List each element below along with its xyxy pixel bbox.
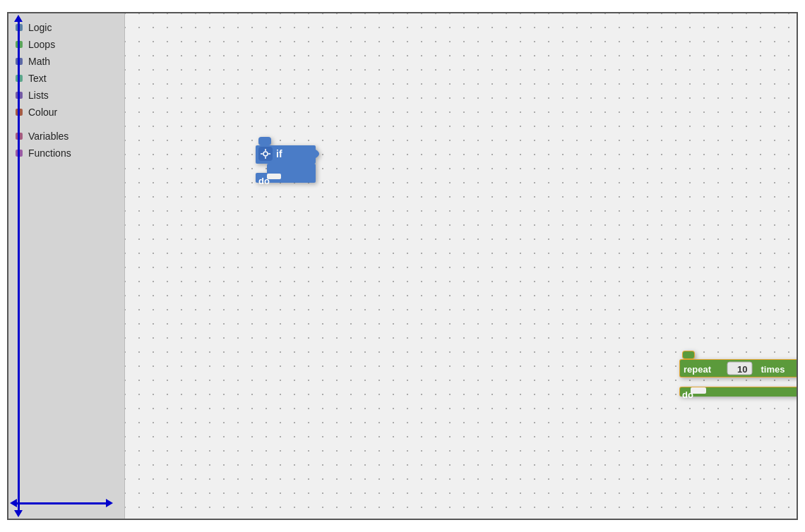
main-container: Logic Loops Math Text Lists Colour Varia… bbox=[7, 12, 798, 520]
svg-rect-2 bbox=[256, 173, 316, 183]
if-block-svg bbox=[256, 137, 326, 183]
repeat-block-svg bbox=[679, 351, 797, 397]
sidebar-item-logic[interactable]: Logic bbox=[8, 19, 124, 36]
sidebar: Logic Loops Math Text Lists Colour Varia… bbox=[8, 13, 125, 519]
repeat-block[interactable]: repeat 10 times do bbox=[679, 351, 797, 399]
sidebar-item-text[interactable]: Text bbox=[8, 70, 124, 87]
horizontal-arrow bbox=[16, 502, 107, 504]
sidebar-label-text: Text bbox=[28, 73, 47, 84]
svg-rect-14 bbox=[691, 387, 706, 394]
svg-rect-11 bbox=[727, 362, 752, 375]
sidebar-item-loops[interactable]: Loops bbox=[8, 36, 124, 53]
canvas-area[interactable]: if do bbox=[125, 13, 797, 519]
svg-rect-3 bbox=[267, 174, 281, 179]
sidebar-label-math: Math bbox=[28, 56, 50, 67]
sidebar-item-lists[interactable]: Lists bbox=[8, 87, 124, 104]
sidebar-label-colour: Colour bbox=[28, 107, 57, 118]
sidebar-label-functions: Functions bbox=[28, 147, 71, 159]
sidebar-label-loops: Loops bbox=[28, 39, 55, 50]
sidebar-item-variables[interactable]: Variables bbox=[8, 128, 124, 145]
sidebar-item-colour[interactable]: Colour bbox=[8, 104, 124, 121]
sidebar-label-lists: Lists bbox=[28, 90, 49, 101]
if-block[interactable]: if do bbox=[256, 137, 326, 186]
svg-rect-0 bbox=[256, 145, 316, 164]
vertical-arrow bbox=[18, 20, 20, 512]
sidebar-label-variables: Variables bbox=[28, 131, 68, 142]
sidebar-item-functions[interactable]: Functions bbox=[8, 145, 124, 162]
sidebar-label-logic: Logic bbox=[28, 22, 52, 33]
sidebar-item-math[interactable]: Math bbox=[8, 53, 124, 70]
